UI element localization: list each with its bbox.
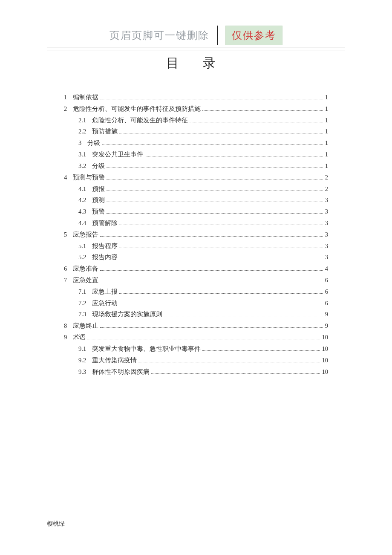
page: 页眉页脚可一键删除 仅供参考 目 录 1编制依据12危险性分析、可能发生的事件特… [0,0,392,377]
toc-entry[interactable]: 2.2预防措施1 [64,126,328,137]
toc-entry-page: 1 [325,115,328,126]
toc-entry[interactable]: 2危险性分析、可能发生的事件特征及预防措施1 [64,103,328,115]
header-rule [47,47,345,50]
toc-entry[interactable]: 5应急报告3 [64,229,328,240]
toc-entry-label: 分级 [92,160,105,172]
toc-entry-number: 4 [64,172,67,183]
toc-entry-label: 预测与预警 [73,172,105,183]
toc-entry-page: 3 [325,240,328,252]
toc-entry-number: 7.3 [78,309,86,320]
toc-entry[interactable]: 3.1突发公共卫生事件1 [64,149,328,160]
toc-leader-dots [107,174,323,179]
toc-entry-number: 4.3 [78,206,86,217]
toc-entry-number: 9.3 [78,366,86,378]
toc-entry[interactable]: 4预测与预警2 [64,172,328,183]
toc-entry-label: 现场救援方案的实施原则 [92,309,162,320]
toc-entry[interactable]: 4.4预警解除3 [64,217,328,229]
toc-leader-dots [100,231,323,237]
toc-entry[interactable]: 9.2重大传染病疫情10 [64,355,328,366]
toc-entry[interactable]: 1编制依据1 [64,92,328,103]
toc-leader-dots [107,185,323,191]
toc-entry-page: 3 [325,194,328,206]
toc-leader-dots [100,277,323,282]
toc-entry[interactable]: 7.2应急行动6 [64,298,328,309]
page-header: 页眉页脚可一键删除 仅供参考 [47,26,345,45]
toc-leader-dots [138,357,319,362]
toc-leader-dots [107,197,323,202]
toc-entry[interactable]: 4.1预报2 [64,183,328,195]
toc-entry[interactable]: 9.1突发重大食物中毒、急性职业中毒事件10 [64,343,328,355]
toc-entry[interactable]: 5.1报告程序3 [64,240,328,252]
toc-entry-label: 应急准备 [73,263,98,275]
toc-entry-label: 报告内容 [92,251,118,263]
toc-entry-number: 5 [64,229,67,240]
toc-entry[interactable]: 6应急准备4 [64,263,328,275]
toc-leader-dots [87,334,319,339]
toc-entry[interactable]: 2.1危险性分析、可能发生的事件特征1 [64,115,328,126]
toc-entry-number: 9.1 [78,343,86,355]
toc-entry[interactable]: 5.2报告内容3 [64,251,328,263]
toc-entry-label: 编制依据 [73,92,98,103]
toc-leader-dots [119,243,323,248]
toc-entry-page: 10 [322,343,329,355]
toc-entry[interactable]: 3分级1 [64,137,328,149]
toc-entry[interactable]: 7.3现场救援方案的实施原则9 [64,309,328,320]
toc-entry[interactable]: 9术语10 [64,332,328,343]
toc-entry-page: 3 [325,206,328,217]
reference-badge: 仅供参考 [225,26,282,45]
toc-entry-label: 预警解除 [92,217,118,229]
toc-entry-label: 应急处置 [73,275,98,286]
toc-entry-number: 8 [64,320,67,332]
toc-entry-number: 3 [78,137,81,149]
toc-entry-page: 2 [325,172,328,183]
toc-entry-number: 5.2 [78,251,86,263]
toc-entry-page: 6 [325,286,328,298]
toc-entry[interactable]: 9.3群体性不明原因疾病10 [64,366,328,378]
toc-entry-page: 3 [325,251,328,263]
toc-leader-dots [100,322,323,328]
table-of-contents: 1编制依据12危险性分析、可能发生的事件特征及预防措施12.1危险性分析、可能发… [47,92,345,377]
toc-entry-label: 报告程序 [92,240,118,252]
toc-entry[interactable]: 3.2分级1 [64,160,328,172]
toc-entry-label: 术语 [73,332,86,343]
toc-entry-label: 预测 [92,194,105,206]
toc-entry[interactable]: 4.3预警3 [64,206,328,217]
toc-entry-page: 1 [325,103,328,115]
toc-entry[interactable]: 7应急处置6 [64,275,328,286]
header-divider [217,26,218,45]
toc-entry[interactable]: 8应急终止9 [64,320,328,332]
toc-entry-label: 突发重大食物中毒、急性职业中毒事件 [92,343,201,355]
toc-entry-number: 6 [64,263,67,275]
toc-entry-page: 10 [322,355,329,366]
toc-entry-page: 6 [325,298,328,309]
toc-entry-page: 1 [325,149,328,160]
toc-entry-page: 6 [325,275,328,286]
toc-leader-dots [119,254,323,259]
toc-entry-page: 9 [325,320,328,332]
toc-leader-dots [107,162,323,168]
toc-entry-number: 9.2 [78,355,86,366]
toc-entry-number: 4.4 [78,217,86,229]
toc-entry-number: 7.2 [78,298,86,309]
toc-entry-label: 分级 [87,137,100,149]
toc-entry-page: 1 [325,137,328,149]
toc-entry-label: 预防措施 [92,126,118,137]
header-text: 页眉页脚可一键删除 [110,29,209,42]
toc-entry-number: 7 [64,275,67,286]
toc-leader-dots [202,345,319,351]
toc-entry-number: 2.1 [78,115,86,126]
toc-entry-label: 突发公共卫生事件 [92,149,143,160]
toc-entry-page: 1 [325,126,328,137]
toc-leader-dots [164,311,323,316]
toc-entry-number: 2 [64,103,67,115]
toc-entry-label: 应急上报 [92,286,118,298]
toc-entry[interactable]: 7.1应急上报6 [64,286,328,298]
toc-entry-label: 预报 [92,183,105,195]
toc-entry-number: 3.1 [78,149,86,160]
toc-leader-dots [102,139,323,145]
toc-entry-page: 1 [325,92,328,103]
toc-leader-dots [100,265,323,271]
toc-entry[interactable]: 4.2预测3 [64,194,328,206]
toc-entry-page: 3 [325,217,328,229]
toc-entry-number: 9 [64,332,67,343]
